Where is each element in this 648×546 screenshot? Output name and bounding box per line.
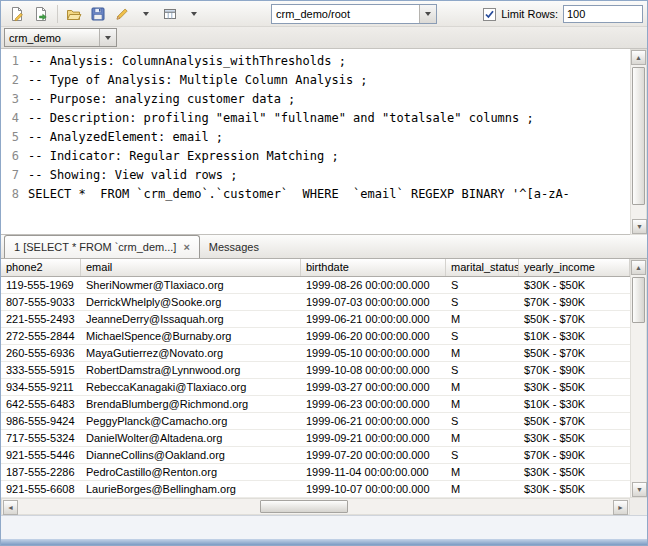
database-dropdown-button[interactable] — [99, 29, 116, 46]
scroll-left-icon[interactable]: ◄ — [3, 500, 18, 515]
table-cell: 1999-05-10 00:00:00.000 — [301, 345, 446, 361]
editor-actions-dropdown[interactable] — [134, 3, 158, 25]
table-row[interactable]: 333-555-5915RobertDamstra@Lynnwood.org19… — [1, 362, 630, 379]
column-header-email[interactable]: email — [81, 259, 301, 276]
code-text: -- Purpose: analyzing customer data ; — [28, 90, 295, 109]
new-sql-editor-button[interactable] — [5, 3, 29, 25]
table-cell: S — [446, 328, 519, 344]
table-cell: $10K - $30K — [519, 328, 630, 344]
tab-result-1[interactable]: 1 [SELECT * FROM `crm_dem...] × — [4, 235, 200, 258]
table-row[interactable]: 119-555-1969SheriNowmer@Tlaxiaco.org1999… — [1, 277, 630, 294]
table-cell: 642-555-6483 — [1, 396, 81, 412]
table-cell: BrendaBlumberg@Richmond.org — [81, 396, 301, 412]
grid-hscrollbar-thumb[interactable] — [260, 500, 348, 513]
tab-messages[interactable]: Messages — [200, 235, 268, 258]
table-cell: 1999-10-08 00:00:00.000 — [301, 362, 446, 378]
connection-dropdown-button[interactable] — [419, 5, 436, 23]
table-cell: S — [446, 413, 519, 429]
editor-line[interactable]: 6-- Indicator: Regular Expression Matchi… — [1, 147, 629, 166]
open-file-button[interactable] — [62, 3, 86, 25]
editor-line[interactable]: 8SELECT * FROM `crm_demo`.`customer` WHE… — [1, 185, 629, 204]
connection-selector[interactable]: crm_demo/root — [271, 4, 437, 24]
line-number: 4 — [1, 109, 19, 128]
table-cell: $50K - $70K — [519, 413, 630, 429]
save-button[interactable] — [86, 3, 110, 25]
table-cell: $50K - $70K — [519, 311, 630, 327]
table-row[interactable]: 717-555-5324DanielWolter@Altadena.org199… — [1, 430, 630, 447]
editor-line[interactable]: 4-- Description: profiling "email" "full… — [1, 109, 629, 128]
scroll-up-icon[interactable]: ▲ — [631, 260, 646, 275]
code-text: -- Analysis: ColumnAnalysis_withThreshol… — [28, 52, 346, 71]
table-cell: JeanneDerry@Issaquah.org — [81, 311, 301, 327]
line-number: 7 — [1, 166, 19, 185]
open-folder-icon — [66, 6, 82, 22]
table-row[interactable]: 986-555-9424PeggyPlanck@Camacho.org1999-… — [1, 413, 630, 430]
table-cell: PedroCastillo@Renton.org — [81, 464, 301, 480]
line-number: 5 — [1, 128, 19, 147]
editor-line[interactable]: 3-- Purpose: analyzing customer data ; — [1, 90, 629, 109]
edit-button[interactable] — [110, 3, 134, 25]
scroll-down-icon[interactable]: ▼ — [632, 482, 647, 497]
table-row[interactable]: 221-555-2493JeanneDerry@Issaquah.org1999… — [1, 311, 630, 328]
grid-actions-dropdown[interactable] — [182, 3, 206, 25]
result-grid: 119-555-1969SheriNowmer@Tlaxiaco.org1999… — [1, 277, 630, 498]
table-cell: MayaGutierrez@Novato.org — [81, 345, 301, 361]
limit-rows-input[interactable] — [563, 5, 643, 23]
table-row[interactable]: 187-555-2286PedroCastillo@Renton.org1999… — [1, 464, 630, 481]
table-row[interactable]: 921-555-5446DianneCollins@Oakland.org199… — [1, 447, 630, 464]
table-cell: LaurieBorges@Bellingham.org — [81, 481, 301, 497]
table-cell: M — [446, 481, 519, 497]
table-cell: $70K - $90K — [519, 447, 630, 463]
scroll-down-icon[interactable]: ▼ — [632, 219, 647, 234]
column-header-birthdate[interactable]: birthdate — [301, 259, 446, 276]
table-cell: 187-555-2286 — [1, 464, 81, 480]
table-row[interactable]: 921-555-6608LaurieBorges@Bellingham.org1… — [1, 481, 630, 498]
tab-messages-label: Messages — [209, 241, 259, 253]
table-cell: $30K - $50K — [519, 277, 630, 293]
export-sql-button[interactable] — [29, 3, 53, 25]
table-cell: PeggyPlanck@Camacho.org — [81, 413, 301, 429]
table-cell: RobertDamstra@Lynnwood.org — [81, 362, 301, 378]
table-cell: 221-555-2493 — [1, 311, 81, 327]
editor-vertical-scrollbar[interactable]: ▲ ▼ — [630, 49, 647, 235]
table-row[interactable]: 260-555-6936MayaGutierrez@Novato.org1999… — [1, 345, 630, 362]
grid-horizontal-scrollbar[interactable]: ◄ ► — [1, 498, 630, 515]
table-row[interactable]: 642-555-6483BrendaBlumberg@Richmond.org1… — [1, 396, 630, 413]
editor-line[interactable]: 5-- AnalyzedElement: email ; — [1, 128, 629, 147]
limit-rows-checkbox[interactable] — [483, 8, 496, 21]
table-cell: 807-555-9033 — [1, 294, 81, 310]
column-header-marital_status[interactable]: marital_status — [446, 259, 519, 276]
line-number: 6 — [1, 147, 19, 166]
table-row[interactable]: 272-555-2844MichaelSpence@Burnaby.org199… — [1, 328, 630, 345]
toolbar-separator — [57, 5, 58, 23]
column-header-yearly_income[interactable]: yearly_income — [519, 259, 630, 276]
editor-line[interactable]: 7-- Showing: View valid rows ; — [1, 166, 629, 185]
table-cell: SheriNowmer@Tlaxiaco.org — [81, 277, 301, 293]
editor-line[interactable]: 2-- Type of Analysis: Multiple Column An… — [1, 71, 629, 90]
editor-line[interactable]: 1-- Analysis: ColumnAnalysis_withThresho… — [1, 52, 629, 71]
secondary-toolbar: crm_demo — [1, 27, 647, 49]
table-cell: S — [446, 362, 519, 378]
grid-scrollbar-thumb[interactable] — [632, 277, 645, 323]
grid-view-icon — [162, 6, 178, 22]
grid-view-button[interactable] — [158, 3, 182, 25]
table-cell: $30K - $50K — [519, 481, 630, 497]
table-cell: MichaelSpence@Burnaby.org — [81, 328, 301, 344]
table-cell: $30K - $50K — [519, 379, 630, 395]
editor-lines[interactable]: 1-- Analysis: ColumnAnalysis_withThresho… — [1, 52, 629, 234]
table-row[interactable]: 934-555-9211RebeccaKanagaki@Tlaxiaco.org… — [1, 379, 630, 396]
table-row[interactable]: 807-555-9033DerrickWhelply@Sooke.org1999… — [1, 294, 630, 311]
table-cell: 1999-06-21 00:00:00.000 — [301, 311, 446, 327]
table-cell: DianneCollins@Oakland.org — [81, 447, 301, 463]
table-cell: 1999-07-03 00:00:00.000 — [301, 294, 446, 310]
scroll-up-icon[interactable]: ▲ — [631, 50, 646, 65]
sql-editor[interactable]: 1-- Analysis: ColumnAnalysis_withThresho… — [1, 49, 647, 235]
grid-vertical-scrollbar[interactable]: ▲ ▼ — [630, 259, 647, 498]
column-header-phone2[interactable]: phone2 — [1, 259, 81, 276]
close-tab-icon[interactable]: × — [183, 242, 189, 253]
result-grid-header: phone2emailbirthdatemarital_statusyearly… — [1, 259, 630, 277]
database-selector[interactable]: crm_demo — [4, 28, 117, 47]
scroll-right-icon[interactable]: ► — [613, 500, 628, 515]
table-cell: DerrickWhelply@Sooke.org — [81, 294, 301, 310]
editor-scrollbar-thumb[interactable] — [632, 67, 645, 205]
